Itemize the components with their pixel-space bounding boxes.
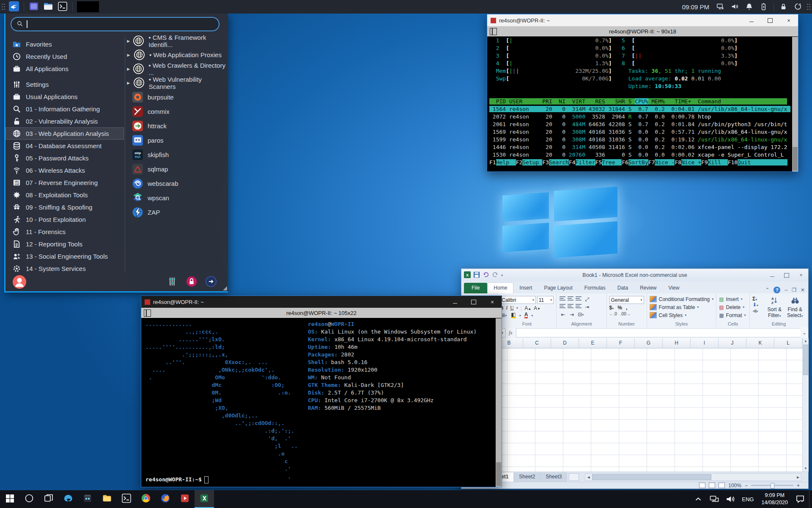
decrease-decimal-button[interactable]: .00→ (620, 312, 631, 316)
lock-icon[interactable] (779, 3, 788, 11)
close-button[interactable]: × (779, 14, 798, 26)
logout-icon[interactable] (794, 3, 802, 11)
help-icon[interactable]: ? (774, 287, 780, 293)
clear-button[interactable]: ◀▾ (752, 308, 764, 314)
category-item[interactable]: 13 - Social Engineering Tools (5, 250, 124, 262)
minimize-button[interactable] (765, 269, 779, 282)
category-item[interactable]: 05 - Password Attacks (5, 152, 124, 164)
terminal-launcher[interactable] (57, 1, 68, 12)
category-item[interactable]: 03 - Web Application Analysis (5, 127, 124, 140)
workbook-minimize-icon[interactable]: – (785, 287, 787, 293)
htop-scrollbar[interactable] (792, 37, 798, 171)
notifications-bell-icon[interactable] (745, 3, 754, 11)
menu-app-item[interactable]: sqlmap (126, 162, 228, 176)
shell-prompt[interactable]: re4son@WOPR-II:~$ (145, 476, 208, 483)
maximize-button[interactable] (761, 14, 779, 26)
app-chrome[interactable] (136, 490, 156, 508)
merge-center-button[interactable]: ⊟▾ (577, 311, 584, 318)
workspace-pager-button[interactable] (28, 1, 39, 12)
fill-color-button[interactable]: ◧ (511, 312, 516, 318)
font-name-select[interactable]: Calibri▾ (500, 296, 535, 304)
column-header-K[interactable]: K (746, 338, 774, 348)
comma-button[interactable]: , (626, 305, 627, 311)
insert-cells-button[interactable]: ▤Insert▾ (719, 295, 747, 303)
app-firefox[interactable] (156, 490, 175, 508)
app-store[interactable] (78, 490, 97, 508)
start-button[interactable] (0, 490, 19, 508)
category-item[interactable]: Recently Used (5, 50, 124, 63)
ribbon-tab-home[interactable]: Home (487, 282, 513, 293)
sheet-tab-sheet3[interactable]: Sheet3 (540, 472, 567, 482)
menu-app-item[interactable]: burpsuite (126, 90, 228, 104)
console-properties-icon[interactable] (144, 309, 151, 317)
battery-icon[interactable] (760, 3, 768, 11)
settings-sliders-icon[interactable] (166, 276, 178, 289)
taskbar-volume-icon[interactable] (723, 490, 738, 508)
neofetch-screen[interactable]: .............. ..,;:ccc,. ......''';lxO.… (141, 318, 496, 487)
app-edge[interactable] (58, 490, 78, 508)
user-avatar[interactable] (12, 275, 27, 289)
italic-button[interactable]: I (506, 305, 508, 311)
column-header-G[interactable]: G (635, 338, 663, 348)
font-color-button[interactable]: A (524, 312, 528, 318)
align-top-icon[interactable] (559, 296, 566, 303)
category-item[interactable]: 06 - Wireless Attacks (5, 164, 124, 177)
menu-app-item[interactable]: commix (126, 104, 228, 119)
display-icon[interactable] (716, 3, 725, 11)
delete-cells-button[interactable]: ▤Delete▾ (719, 303, 747, 311)
grow-font-button[interactable]: A▲ (524, 305, 531, 311)
htop-screen[interactable]: 1 [| 0.7%] 5 [ 0.0%] 2 [ 0.0%] 6 [ 0.0%]… (487, 37, 792, 171)
format-as-table-button[interactable]: Format as Table▾ (650, 303, 714, 311)
close-button[interactable]: × (794, 269, 808, 282)
category-item[interactable]: 01 - Information Gathering (5, 103, 124, 115)
category-item[interactable]: All Applications (5, 63, 124, 75)
autosum-button[interactable]: Σ▾ (752, 296, 764, 302)
underline-button[interactable]: U (510, 305, 514, 311)
maximize-button[interactable] (779, 269, 794, 282)
normal-view-button[interactable] (699, 483, 705, 488)
kali-menu-button[interactable] (8, 1, 19, 12)
ribbon-tab-formulas[interactable]: Formulas (579, 283, 612, 293)
shrink-font-button[interactable]: A▼ (534, 305, 540, 311)
column-header-I[interactable]: I (691, 338, 719, 348)
panel-grip-left[interactable] (1, 3, 5, 11)
category-item[interactable]: 04 - Database Assessment (5, 140, 124, 152)
menu-app-item[interactable]: webscarab (126, 176, 228, 190)
submenu-item[interactable]: ▶• Web Vulnerability Scanners (126, 76, 228, 90)
conditional-formatting-button[interactable]: Conditional Formatting▾ (650, 295, 714, 303)
category-item[interactable]: 09 - Sniffing & Spoofing (5, 201, 124, 213)
category-item[interactable]: 10111007 - Reverse Engineering (5, 177, 124, 189)
category-item[interactable]: 12 - Reporting Tools (5, 238, 124, 250)
increase-indent-button[interactable]: ⇥ (568, 311, 576, 318)
column-header-L[interactable]: L (774, 338, 802, 348)
tray-chevron-up-icon[interactable] (691, 490, 705, 508)
minimize-button[interactable] (446, 296, 464, 308)
expand-formula-bar-button[interactable]: ⌄ (801, 330, 808, 336)
search-input[interactable] (11, 17, 219, 31)
category-item[interactable]: Favorites (5, 38, 124, 50)
page-break-view-button[interactable] (719, 483, 725, 488)
font-size-select[interactable]: 11▾ (537, 296, 554, 304)
workbook-restore-icon[interactable]: ❐ (792, 287, 796, 293)
minimize-button[interactable] (742, 14, 761, 26)
submenu-item[interactable]: ▶• Web Crawlers & Directory ... (126, 62, 228, 76)
volume-icon[interactable] (731, 3, 739, 11)
search-button[interactable] (19, 490, 39, 508)
category-item[interactable]: 11 - Forensics (5, 226, 124, 238)
column-header-D[interactable]: D (551, 338, 579, 348)
align-left-icon[interactable] (559, 304, 566, 310)
app-file-explorer[interactable] (97, 490, 117, 508)
menu-app-item[interactable]: skipfishskipfish (126, 147, 228, 162)
neofetch-title-bar[interactable]: re4son@WOPR-II: ~ × (141, 296, 502, 308)
percent-button[interactable]: % (617, 305, 622, 311)
maximize-button[interactable] (464, 296, 483, 308)
language-indicator[interactable]: ENG (739, 496, 756, 502)
file-manager-launcher[interactable] (43, 1, 54, 12)
close-button[interactable]: × (483, 296, 502, 308)
menu-app-item[interactable]: wpscan (126, 190, 228, 205)
lock-screen-icon[interactable] (186, 276, 198, 289)
orientation-button[interactable]: ⤢ (583, 296, 591, 303)
menu-app-item[interactable]: httrack (126, 119, 228, 133)
fill-button[interactable]: ⬇▾ (752, 302, 764, 308)
panel-grip-right[interactable] (807, 3, 811, 11)
